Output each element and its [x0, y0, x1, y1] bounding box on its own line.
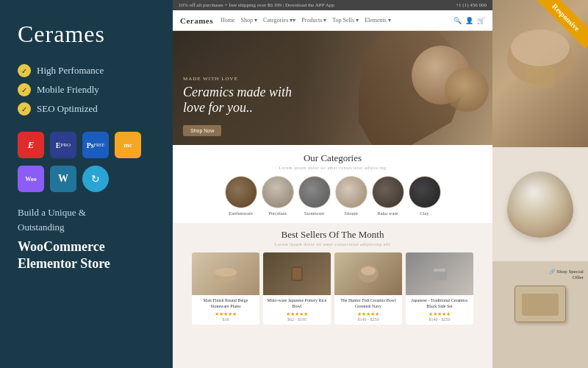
responsive-badge-text: Responsive: [535, 0, 588, 49]
check-icon: ✓: [18, 83, 31, 96]
category-item[interactable]: Raku ware: [372, 176, 404, 216]
svg-rect-6: [432, 270, 447, 280]
ceramic-bowl-2: [445, 68, 489, 112]
svg-rect-7: [434, 269, 445, 272]
categories-row: Earthenware Porcelain Stoneware Siloam R…: [179, 176, 487, 216]
top-bar-text: 10% off all purchases + free shipping ov…: [179, 2, 334, 8]
category-label: Siloam: [344, 210, 357, 216]
product-name: The Hunter Fish Ceramic Bowl Greenish Na…: [337, 298, 399, 310]
categories-section: Our Categories Lorem ipsum dolor sit ame…: [173, 145, 492, 223]
product-image: [406, 252, 473, 295]
plugin-icons-row-2: Woo W ↻: [18, 166, 155, 192]
elementor-pro-icon: EPRO: [50, 132, 76, 158]
best-sellers-title: Best Sellers Of The Month: [179, 229, 487, 241]
category-label: Porcelain: [268, 210, 287, 216]
product-name: Mino-ware Japanese Pottery Rice Bowl: [266, 298, 328, 310]
svg-rect-10: [526, 66, 555, 88]
category-item[interactable]: Stoneware: [298, 176, 331, 216]
nav-link[interactable]: Categories ▾▾: [263, 17, 295, 24]
product-rating: ★★★★★: [337, 311, 399, 317]
category-label: Raku ware: [378, 210, 398, 216]
nav-link[interactable]: Top Sells ▾: [332, 17, 359, 24]
best-sellers-section: Best Sellers Of The Month Lorem ipsum do…: [173, 223, 492, 328]
nav-link[interactable]: Elements ▾: [365, 17, 391, 24]
feature-label: High Perfomance: [37, 65, 104, 77]
plugin-icons-row-1: E EPRO PsFREE mc: [18, 132, 155, 158]
check-icon: ✓: [18, 102, 31, 116]
user-icon[interactable]: 👤: [465, 17, 473, 24]
left-panel: Cerames ✓ High Perfomance ✓ Mobile Frien…: [0, 0, 173, 368]
woocommerce-icon: Woo: [18, 166, 44, 192]
brand-title: Cerames: [18, 21, 155, 48]
product-rating: ★★★★★: [195, 311, 257, 317]
category-image: [335, 176, 368, 208]
tray-product-visual: [514, 286, 566, 322]
product-name: Matt Finish Round Beige Stoneware Plates: [195, 298, 257, 310]
feature-label: Mobile Friendly: [37, 84, 99, 96]
product-rating: ★★★★★: [266, 311, 328, 317]
product-card[interactable]: Matt Finish Round Beige Stoneware Plates…: [192, 252, 259, 325]
categories-subtitle: Lorem ipsum dolor sit amet consectetur a…: [179, 166, 487, 170]
list-item: ✓ SEO Optimized: [18, 102, 155, 116]
product-price: $140 - $250: [409, 317, 470, 322]
hero-title: Ceramics made withlove for you..: [183, 85, 292, 116]
hero-section: MADE WITH LOVE Ceramics made withlove fo…: [173, 31, 492, 145]
nav-links: Home Shop ▾ Categories ▾▾ Products ▾ Top…: [220, 17, 446, 24]
nav-link[interactable]: Products ▾: [301, 17, 326, 24]
tagline-bold: WooCommerceElementor Store: [18, 238, 155, 273]
product-image: [192, 252, 259, 295]
products-row: Matt Finish Round Beige Stoneware Plates…: [179, 252, 487, 325]
category-image: [262, 176, 294, 208]
tagline: Build a Unique & Outstanding: [18, 205, 155, 234]
features-list: ✓ High Perfomance ✓ Mobile Friendly ✓ SE…: [18, 64, 155, 116]
product-info: Mino-ware Japanese Pottery Rice Bowl ★★★…: [263, 295, 331, 325]
categories-title: Our Categories: [179, 152, 487, 164]
best-sellers-subtitle: Lorem ipsum dolor sit amet consectetur a…: [179, 242, 487, 247]
category-label: Earthenware: [229, 210, 253, 216]
product-card[interactable]: Japanese - Traditional Ceramics Black Si…: [406, 252, 473, 325]
category-label: Stoneware: [304, 210, 324, 216]
svg-point-5: [361, 266, 376, 275]
svg-rect-3: [293, 268, 301, 280]
product-price: $140 - $250: [337, 317, 399, 322]
svg-point-1: [215, 268, 237, 277]
category-image: [372, 176, 404, 208]
ceramic-bowl-visual: [507, 171, 573, 238]
product-image: [334, 252, 402, 295]
elementor-icon: E: [18, 132, 44, 158]
responsive-badge: Responsive: [533, 0, 588, 55]
navbar-brand: Cerames: [180, 16, 213, 25]
special-offer-text: 🔗 Shop SpecialOffer: [549, 269, 584, 280]
category-item[interactable]: Clay: [409, 176, 441, 216]
product-card[interactable]: Mino-ware Japanese Pottery Rice Bowl ★★★…: [263, 252, 331, 325]
main-preview: 10% off all purchases + free shipping ov…: [173, 0, 492, 368]
right-panel-middle: [492, 147, 588, 261]
hero-subtitle: MADE WITH LOVE: [183, 76, 292, 82]
right-panel-bottom: 🔗 Shop SpecialOffer: [492, 261, 588, 368]
top-bar-phone: +1 (1) 456 000: [456, 2, 487, 8]
category-image: [225, 176, 257, 208]
search-icon[interactable]: 🔍: [453, 17, 462, 24]
product-info: The Hunter Fish Ceramic Bowl Greenish Na…: [334, 295, 402, 325]
navbar: Cerames Home Shop ▾ Categories ▾▾ Produc…: [173, 10, 492, 31]
category-image: [298, 176, 331, 208]
right-panel: 🔗 Shop SpecialOffer: [492, 0, 588, 368]
photoshop-icon: PsFREE: [82, 132, 109, 158]
product-name: Japanese - Traditional Ceramics Black Si…: [409, 298, 470, 310]
product-price: $18: [195, 317, 257, 322]
category-item[interactable]: Earthenware: [225, 176, 257, 216]
product-card[interactable]: The Hunter Fish Ceramic Bowl Greenish Na…: [334, 252, 402, 325]
product-rating: ★★★★★: [409, 311, 470, 317]
nav-link[interactable]: Home: [220, 17, 235, 24]
top-bar: 10% off all purchases + free shipping ov…: [173, 0, 492, 10]
list-item: ✓ High Perfomance: [18, 64, 155, 77]
feature-label: SEO Optimized: [37, 103, 98, 115]
category-item[interactable]: Siloam: [335, 176, 368, 216]
refresh-icon: ↻: [82, 166, 109, 192]
shop-now-button[interactable]: Shop Now: [183, 125, 221, 136]
category-item[interactable]: Porcelain: [262, 176, 294, 216]
product-image: [263, 252, 331, 295]
product-price: $62 - $195: [266, 317, 328, 322]
cart-icon[interactable]: 🛒: [477, 17, 485, 24]
nav-link[interactable]: Shop ▾: [241, 17, 257, 24]
